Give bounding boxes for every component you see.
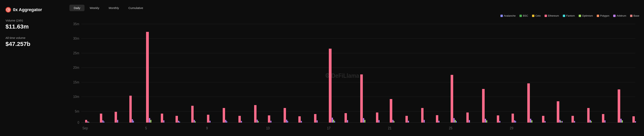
svg-rect-112 xyxy=(587,108,590,123)
svg-rect-82 xyxy=(408,121,409,123)
legend-fantom: Fantom xyxy=(563,14,575,17)
tab-monthly[interactable]: Monthly xyxy=(104,5,123,11)
legend-bsc-label: BSC xyxy=(523,14,528,17)
svg-rect-81 xyxy=(406,116,408,123)
svg-text:29: 29 xyxy=(510,126,514,130)
tab-row: Daily Weekly Monthly Cumulative xyxy=(70,5,639,11)
app-title: 0x Aggregator xyxy=(13,7,42,12)
legend-celo: Celo xyxy=(532,14,541,17)
svg-text:25: 25 xyxy=(449,126,452,130)
avalanche-color xyxy=(500,15,503,17)
legend-base: Base xyxy=(630,14,639,17)
svg-rect-39 xyxy=(150,120,152,123)
svg-rect-52 xyxy=(226,121,227,123)
bsc-color xyxy=(520,15,522,17)
svg-rect-95 xyxy=(486,120,487,123)
svg-rect-100 xyxy=(515,121,516,123)
tab-weekly[interactable]: Weekly xyxy=(85,5,104,11)
svg-rect-40 xyxy=(161,114,163,123)
svg-rect-51 xyxy=(225,120,226,123)
svg-rect-105 xyxy=(544,121,546,123)
svg-rect-61 xyxy=(286,120,287,123)
svg-rect-44 xyxy=(179,122,180,123)
svg-rect-42 xyxy=(176,116,178,123)
svg-text:0: 0 xyxy=(78,120,79,125)
svg-rect-41 xyxy=(163,120,164,123)
svg-rect-121 xyxy=(635,121,636,123)
svg-text:Sep: Sep xyxy=(82,126,88,130)
chart-area: Daily Weekly Monthly Cumulative Avalanch… xyxy=(65,0,644,136)
svg-rect-91 xyxy=(466,113,469,123)
svg-rect-72 xyxy=(347,120,348,123)
fantom-color xyxy=(563,15,565,17)
svg-text:30m: 30m xyxy=(73,36,79,40)
svg-text:10m: 10m xyxy=(73,95,79,99)
svg-text:5m: 5m xyxy=(75,109,79,113)
legend-ethereum-label: Ethereum xyxy=(548,14,559,17)
svg-rect-69 xyxy=(333,120,334,123)
svg-rect-45 xyxy=(191,106,194,123)
svg-rect-80 xyxy=(394,121,394,123)
legend-optimism-label: Optimism xyxy=(582,14,593,17)
svg-text:21: 21 xyxy=(388,126,392,130)
svg-rect-117 xyxy=(618,89,620,123)
volume-label: Volume (24h) xyxy=(6,19,59,22)
svg-rect-32 xyxy=(114,112,117,123)
svg-rect-27 xyxy=(87,122,88,123)
svg-rect-104 xyxy=(542,116,544,123)
svg-rect-53 xyxy=(238,116,241,123)
sidebar: 0x Aggregator Volume (24h) $11.63m All t… xyxy=(0,0,65,136)
svg-text:17: 17 xyxy=(327,126,331,130)
svg-rect-116 xyxy=(604,120,606,123)
tab-daily[interactable]: Daily xyxy=(70,5,84,11)
svg-rect-89 xyxy=(455,120,456,123)
svg-rect-77 xyxy=(378,120,380,123)
svg-rect-48 xyxy=(207,115,209,123)
svg-rect-64 xyxy=(301,121,302,123)
svg-text:20m: 20m xyxy=(73,66,79,69)
svg-rect-65 xyxy=(314,114,316,123)
legend-arbitrum: Arbitrum xyxy=(613,14,626,17)
svg-rect-79 xyxy=(392,120,394,123)
svg-rect-73 xyxy=(360,74,363,123)
app-title-row: 0x Aggregator xyxy=(6,7,59,12)
svg-rect-28 xyxy=(88,122,89,123)
svg-rect-55 xyxy=(254,105,256,123)
legend-bsc: BSC xyxy=(520,14,528,17)
volume-value: $11.63m xyxy=(6,23,59,30)
polygon-color xyxy=(597,15,599,17)
svg-rect-118 xyxy=(620,119,622,123)
legend-avalanche-label: Avalanche xyxy=(504,14,516,17)
svg-rect-108 xyxy=(561,121,562,123)
legend-polygon: Polygon xyxy=(597,14,609,17)
svg-rect-99 xyxy=(514,120,515,123)
svg-rect-74 xyxy=(363,118,364,123)
svg-rect-26 xyxy=(85,120,87,123)
svg-rect-101 xyxy=(527,83,530,123)
svg-rect-120 xyxy=(632,116,635,123)
alltime-label: All time volume xyxy=(6,36,59,39)
svg-rect-34 xyxy=(130,96,132,123)
svg-rect-78 xyxy=(390,99,392,123)
svg-rect-31 xyxy=(104,122,104,123)
svg-rect-60 xyxy=(284,108,286,123)
svg-rect-111 xyxy=(574,121,575,123)
svg-rect-102 xyxy=(530,119,531,123)
svg-rect-58 xyxy=(268,116,270,123)
svg-rect-37 xyxy=(146,32,149,123)
tab-cumulative[interactable]: Cumulative xyxy=(124,5,148,11)
alltime-value: $47.257b xyxy=(6,41,59,47)
svg-rect-92 xyxy=(469,120,470,123)
legend-base-label: Base xyxy=(634,14,639,17)
svg-text:35m: 35m xyxy=(73,22,79,26)
svg-rect-96 xyxy=(497,116,499,123)
svg-text:13: 13 xyxy=(266,126,270,130)
volume-stat: Volume (24h) $11.63m xyxy=(6,19,59,30)
chart-container: 0 5m 10m 15m 20m 25m 30m 35m Sep 5 9 13 … xyxy=(70,19,639,136)
legend-fantom-label: Fantom xyxy=(566,14,575,17)
svg-rect-67 xyxy=(329,49,332,123)
svg-rect-54 xyxy=(241,121,242,123)
alltime-stat: All time volume $47.257b xyxy=(6,36,59,47)
app-icon xyxy=(6,7,11,12)
svg-rect-30 xyxy=(102,120,103,123)
